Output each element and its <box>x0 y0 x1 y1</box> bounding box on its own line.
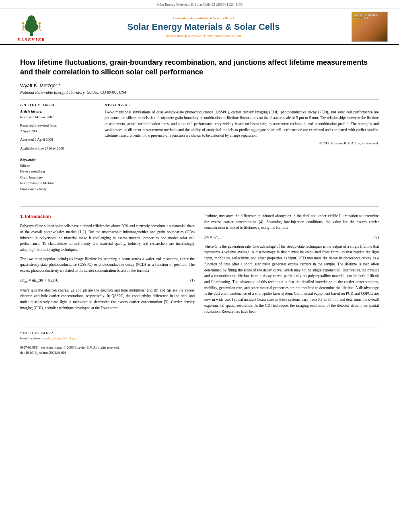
revised-date: 2 April 2008 <box>20 129 93 134</box>
available-date: Available online 27 May 2008 <box>20 146 93 152</box>
article-affiliation: National Renewable Energy Laboratory, Go… <box>20 90 379 94</box>
email-link[interactable]: wyatt_metzger@nrel.gov <box>42 336 77 340</box>
homepage-label: journal homepage: <box>166 34 193 38</box>
journal-cover-area: Solar Energy Materials and Solar Cells <box>352 12 392 42</box>
article-info-section: ARTICLE INFO Article history: Received 1… <box>20 103 379 192</box>
formula2-number: (2) <box>374 234 379 240</box>
journal-citation: Solar Energy Materials & Solar Cells 92 … <box>156 2 243 6</box>
accepted-date: Accepted 3 April 2008 <box>20 137 93 143</box>
svg-point-10 <box>39 22 41 24</box>
revised-label: Received in revised form <box>20 123 93 129</box>
formula2-text: Δn = Gτ, <box>204 234 219 240</box>
elsevier-logo-area: ELSEVIER <box>7 12 56 42</box>
copyright-text: © 2008 Elsevier B.V. All rights reserved… <box>105 141 379 145</box>
journal-cover-thumbnail: Solar Energy Materials and Solar Cells <box>352 12 388 42</box>
article-divider <box>20 99 379 100</box>
keyword-silicon: Silicon <box>20 163 93 168</box>
abstract-paragraph: Two-dimensional simulations of quasi-ste… <box>105 109 379 139</box>
svg-line-14 <box>39 28 40 31</box>
email-label: E-mail address: <box>20 336 41 340</box>
keywords-label: Keywords: <box>20 158 93 162</box>
svg-point-3 <box>28 15 35 22</box>
right-p2: where G is the generation rate. One adva… <box>204 244 379 315</box>
footer-email: E-mail address: wyatt_metzger@nrel.gov <box>20 336 379 341</box>
sciencedirect-prefix: Contents lists available at <box>173 16 212 20</box>
sciencedirect-link-text: ScienceDirect <box>213 16 234 20</box>
article-content: How lifetime fluctuations, grain-boundar… <box>0 45 399 206</box>
keyword-grain-boundary: Grain boundary <box>20 175 93 180</box>
intro-p2: The two most popular techniques image li… <box>20 256 195 274</box>
keyword-photoconductivity: Photoconductivity <box>20 186 93 192</box>
intro-p3: where q is the electron charge, μe and μ… <box>20 288 195 311</box>
formula1-block: Δσph = q(μeΔn + μhΔp), (1) <box>20 277 195 284</box>
received-date: Received 14 June 2007 <box>20 115 93 120</box>
intro-p1: Polycrystalline silicon solar cells have… <box>20 223 195 253</box>
keyword-recombination: Recombination lifetime <box>20 180 93 186</box>
elsevier-label: ELSEVIER <box>17 37 45 42</box>
formula2-block: Δn = Gτ, (2) <box>204 234 379 240</box>
journal-title: Solar Energy Materials & Solar Cells <box>56 22 352 32</box>
author-name: Wyatt K. Metzger * <box>20 83 60 88</box>
sciencedirect-line: Contents lists available at ScienceDirec… <box>56 16 352 20</box>
journal-header-center: Contents lists available at ScienceDirec… <box>56 16 352 38</box>
homepage-link: www.elsevier.com/locate/solmat <box>194 34 241 38</box>
footer-tel: * Tel.: +1 303 384 6572. <box>20 331 379 336</box>
elsevier-logo: ELSEVIER <box>7 12 56 42</box>
article-title: How lifetime fluctuations, grain-boundar… <box>20 58 379 77</box>
footer-divider <box>20 327 379 327</box>
elsevier-tree-icon <box>15 12 47 36</box>
body-columns: 1. Introduction Polycrystalline silicon … <box>0 207 399 318</box>
journal-citation-bar: Solar Energy Materials & Solar Cells 92 … <box>0 0 399 8</box>
formula1-text: Δσph = q(μeΔn + μhΔp), <box>20 277 58 284</box>
right-p1: Institute, measures the difference in in… <box>204 213 379 231</box>
journal-header: ELSEVIER Contents lists available at Sci… <box>0 8 399 45</box>
article-footer: * Tel.: +1 303 384 6572. E-mail address:… <box>0 322 399 355</box>
svg-line-9 <box>23 28 25 31</box>
cover-text-line1: Solar Energy Materials <box>354 14 378 17</box>
abstract-text: Two-dimensional simulations of quasi-ste… <box>105 109 379 139</box>
doi-text: doi:10.1016/j.solmat.2008.04.001 <box>20 350 379 355</box>
body-column-left: 1. Introduction Polycrystalline silicon … <box>20 207 195 318</box>
copyright-notice: 0927-0248/$ – see front matter © 2008 El… <box>20 345 379 350</box>
abstract-label: ABSTRACT <box>105 103 379 107</box>
cover-text-line2: and Solar Cells <box>354 17 369 20</box>
formula1-number: (1) <box>190 277 195 283</box>
article-abstract-area: ABSTRACT Two-dimensional simulations of … <box>105 103 379 192</box>
svg-line-15 <box>39 28 41 31</box>
body-column-right: Institute, measures the difference in in… <box>204 207 379 318</box>
keyword-device-modeling: Device modeling <box>20 168 93 174</box>
history-label: Article history: <box>20 109 93 113</box>
section1-heading: 1. Introduction <box>20 213 195 220</box>
svg-point-4 <box>22 22 25 24</box>
article-info-label: ARTICLE INFO <box>20 103 93 107</box>
header-divider <box>20 54 379 54</box>
svg-line-8 <box>22 28 23 31</box>
journal-homepage: journal homepage: www.elsevier.com/locat… <box>56 34 352 38</box>
article-author: Wyatt K. Metzger * <box>20 83 379 88</box>
article-info-left: ARTICLE INFO Article history: Received 1… <box>20 103 93 192</box>
page-wrapper: Solar Energy Materials & Solar Cells 92 … <box>0 0 399 532</box>
